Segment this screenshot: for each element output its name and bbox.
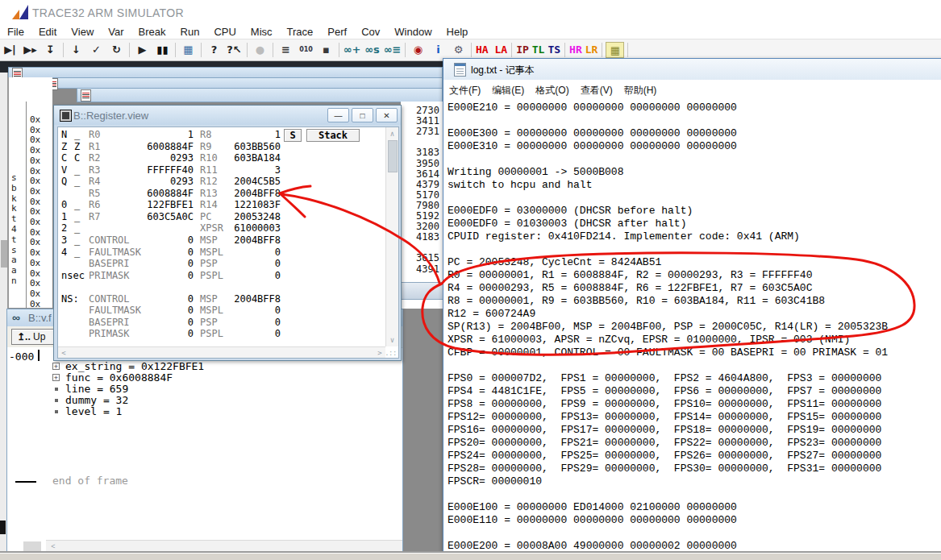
break-icon[interactable]: ▮▮	[153, 42, 172, 58]
notepad-line: E000EDF0 = 03000000 (DHCSR before halt)	[448, 205, 693, 218]
background-window-1-titlebar[interactable]	[8, 67, 443, 78]
register-row[interactable]: 2_XPSR61000003	[58, 222, 398, 234]
stop-icon[interactable]: ●	[251, 42, 269, 58]
menu-item-help[interactable]: Help	[439, 25, 476, 39]
register-row[interactable]: PRIMASK0PSPL0	[58, 328, 398, 340]
variable-item[interactable]: line = 659	[52, 384, 128, 395]
system-info-icon[interactable]: i	[429, 42, 448, 58]
ha-la-label[interactable]: HA LA	[476, 42, 507, 58]
menu-item-break[interactable]: Break	[131, 25, 173, 39]
notepad-menu-item[interactable]: 编辑(E)	[486, 80, 530, 97]
menu-item-run[interactable]: Run	[173, 25, 207, 39]
notepad-titlebar[interactable]: log.txt - 记事本	[443, 59, 941, 81]
register-row[interactable]: CCR20293R10603BA184	[58, 152, 398, 164]
background-window-2-titlebar[interactable]	[44, 77, 443, 89]
stack-button[interactable]: Stack	[306, 129, 360, 142]
tl-label[interactable]: TL	[532, 42, 545, 58]
register-row[interactable]: 1_R7603C5A0CPC20053248	[58, 211, 398, 223]
flag-cell: _	[74, 222, 80, 234]
mode-icon[interactable]: ▦	[179, 42, 198, 58]
chip-icon[interactable]: ▪	[317, 42, 335, 58]
register-grid-icon[interactable]: ▦	[606, 42, 624, 58]
register-content[interactable]: N_R01R81ZZR16008884FR9603BB560CCR20293R1…	[57, 127, 399, 359]
notepad-line: FPS0 = 000007D2, FPS1 = 00000000, FPS2 =…	[448, 372, 881, 385]
scroll-up-icon[interactable]: ∧	[386, 130, 398, 138]
menu-item-trace[interactable]: Trace	[280, 25, 321, 39]
menu-item-window[interactable]: Window	[387, 25, 439, 39]
notepad-menu-item[interactable]: 查看(V)	[575, 80, 618, 97]
resize-grip[interactable]: .::	[385, 350, 397, 357]
register-vscrollbar[interactable]: ∧ ∨	[385, 127, 398, 346]
register-value: 122FBFE1	[89, 199, 194, 211]
variable-item[interactable]: level = 1	[52, 406, 122, 417]
register-hscrollbar[interactable]: < >	[58, 346, 385, 358]
notepad-menu-item[interactable]: 格式(O)	[530, 80, 574, 97]
register-row[interactable]: 3_CONTROL0MSP2004BFF8	[58, 234, 398, 247]
minimize-button[interactable]: —	[327, 108, 349, 122]
step-out-icon[interactable]: ↧	[41, 42, 60, 58]
go-return-icon[interactable]: ✓	[87, 42, 106, 58]
breakpoint-add-icon[interactable]: ∞+	[343, 42, 361, 58]
menu-item-var[interactable]: Var	[101, 25, 131, 39]
register-row[interactable]: V_R3FFFFFF40R113	[58, 164, 398, 176]
scroll-right-icon[interactable]: >	[376, 349, 384, 357]
menu-item-cov[interactable]: Cov	[354, 25, 387, 39]
register-row[interactable]	[58, 281, 398, 293]
toolbar-separator	[627, 43, 628, 57]
context-help-icon[interactable]: ?↖	[225, 42, 244, 58]
go-icon[interactable]: ▶	[133, 42, 152, 58]
menu-item-view[interactable]: View	[64, 25, 101, 39]
register-row[interactable]: Q_R40293R122004C5B5	[58, 176, 398, 188]
register-row[interactable]: 4_FAULTMASK0MSPL0	[58, 247, 398, 259]
expand-icon[interactable]: +	[52, 374, 60, 381]
register-row[interactable]: R56008884FR132004BFF8	[58, 188, 398, 200]
ip-label[interactable]: IP	[516, 42, 529, 58]
debugger-icon[interactable]: ◉	[409, 42, 427, 58]
variable-text: dummy = 32	[65, 394, 128, 406]
menu-item-perf[interactable]: Perf	[320, 25, 354, 39]
data-dump-icon[interactable]: 010 101	[297, 42, 315, 58]
register-row[interactable]: 0_R6122FBFE1R141221083F	[58, 199, 398, 211]
scrollbar-thumb[interactable]	[388, 140, 398, 172]
go-till-icon[interactable]: ↓	[67, 42, 85, 58]
variable-list[interactable]: assert_happened = 0+ex_string = 0x122FBF…	[46, 347, 389, 540]
menu-item-cpu[interactable]: CPU	[206, 25, 243, 39]
register-window-titlebar[interactable]: B::Register.view — □ ✕	[54, 106, 401, 125]
go-up-icon[interactable]: ↻	[107, 42, 126, 58]
register-row[interactable]: ZZR16008884FR9603BB560	[58, 141, 398, 153]
register-row[interactable]: NS:CONTROL0MSP2004BFF8	[58, 293, 398, 305]
register-value: 0	[200, 270, 281, 282]
register-row[interactable]: FAULTMASK0MSPL0	[58, 305, 398, 317]
register-row[interactable]: BASEPRI0PSP0	[58, 317, 398, 329]
scroll-left-icon[interactable]: <	[60, 349, 68, 357]
lr-label[interactable]: LR	[585, 42, 598, 58]
variable-hscrollbar[interactable]: <	[46, 540, 402, 553]
notepad-line: Writing 00000001 -> 5000B008	[448, 166, 623, 179]
register-row[interactable]: nsecPRIMASK0PSPL0	[58, 270, 398, 282]
menu-item-edit[interactable]: Edit	[31, 25, 64, 39]
scroll-down-icon[interactable]: ∨	[386, 336, 398, 344]
scroll-left-icon[interactable]: <	[49, 542, 57, 550]
ts-label[interactable]: TS	[548, 42, 560, 58]
tools-icon[interactable]: ⚙	[449, 42, 468, 58]
help-icon[interactable]: ?	[205, 42, 223, 58]
register-row[interactable]: BASEPRI0PSP0	[58, 258, 398, 270]
list-icon[interactable]: ≡	[277, 42, 295, 58]
s-button[interactable]: S	[284, 129, 302, 142]
menu-item-misc[interactable]: Misc	[244, 25, 280, 39]
notepad-menu-item[interactable]: 文件(F)	[443, 80, 486, 97]
hr-label[interactable]: HR	[569, 42, 582, 58]
variable-item[interactable]: dummy = 32	[52, 395, 128, 406]
expand-icon[interactable]: +	[52, 363, 60, 370]
breakpoint-list-icon[interactable]: ∞≡	[383, 42, 402, 58]
background-window-3-titlebar[interactable]	[77, 88, 443, 102]
variable-item[interactable]: +ex_string = 0x122FBFE1	[52, 361, 204, 372]
notepad-text-area[interactable]: E000E210 = 00000000 00000000 00000000 00…	[444, 100, 941, 554]
notepad-line: E000E110 = 00000000 00000000 00000000 00…	[448, 514, 737, 527]
variable-item[interactable]: +func = 0x6008884F	[52, 372, 173, 384]
close-button[interactable]: ✕	[376, 108, 398, 122]
maximize-button[interactable]: □	[352, 108, 373, 122]
breakpoint-set-icon[interactable]: ∞s	[363, 42, 381, 58]
notepad-menu-item[interactable]: 帮助(H)	[618, 80, 663, 97]
main-title-bar[interactable]: TRACE32 ARM SIMULATOR	[0, 0, 941, 24]
